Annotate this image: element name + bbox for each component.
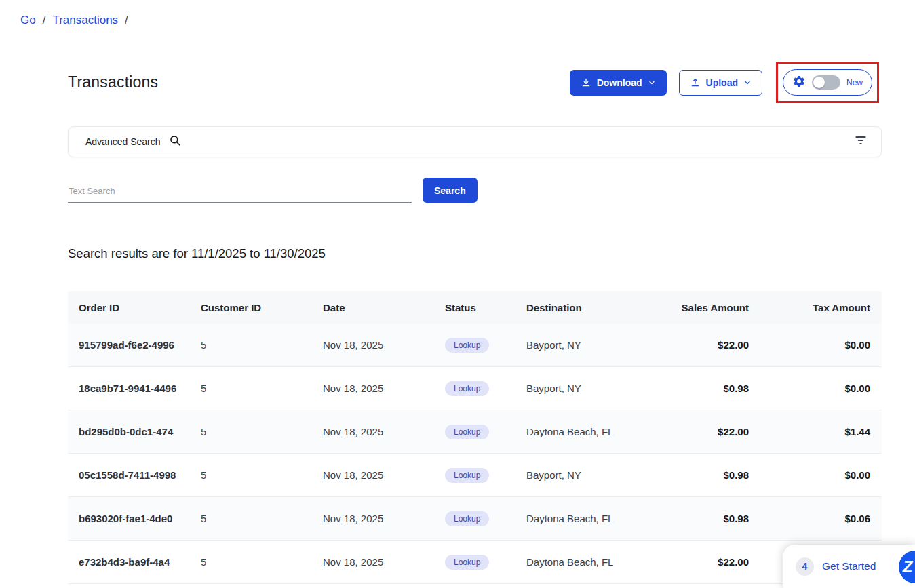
column-header-sales-amount: Sales Amount <box>648 302 749 313</box>
sales-amount-cell: $22.00 <box>648 339 749 351</box>
order-id-cell: 18ca9b71-9941-4496 <box>68 383 201 394</box>
destination-cell: Daytona Beach, FL <box>526 513 648 524</box>
destination-cell: Daytona Beach, FL <box>526 426 648 437</box>
order-id-cell: 05c1558d-7411-4998 <box>68 469 201 481</box>
date-cell: Nov 18, 2025 <box>323 513 445 524</box>
advanced-search-bar[interactable]: Advanced Search <box>68 126 882 157</box>
destination-cell: Bayport, NY <box>526 469 648 481</box>
table-row[interactable]: e732b4d3-ba9f-4a45Nov 18, 2025LookupDayt… <box>68 541 882 584</box>
customer-id-cell: 5 <box>201 556 323 568</box>
customer-id-cell: 5 <box>201 339 323 351</box>
tax-amount-cell: $1.44 <box>749 426 870 437</box>
status-cell: Lookup <box>445 425 526 439</box>
table-row[interactable]: 915799ad-f6e2-49965Nov 18, 2025LookupBay… <box>68 324 882 367</box>
status-cell: Lookup <box>445 511 526 526</box>
order-id-cell: bd295d0b-0dc1-474 <box>68 426 201 437</box>
destination-cell: Daytona Beach, FL <box>526 556 648 568</box>
download-button-label: Download <box>597 77 642 88</box>
get-started-launcher[interactable]: 4 Get Started Z <box>783 545 915 588</box>
column-header-customer-id: Customer ID <box>201 302 323 313</box>
gear-icon[interactable] <box>792 75 806 91</box>
table-row[interactable]: bd295d0b-0dc1-4745Nov 18, 2025LookupDayt… <box>68 410 882 454</box>
transactions-table: Order ID Customer ID Date Status Destina… <box>68 291 882 584</box>
download-icon <box>581 77 591 88</box>
column-header-tax-amount: Tax Amount <box>749 302 870 313</box>
chevron-down-icon <box>648 79 656 87</box>
tax-amount-cell: $0.00 <box>749 339 870 351</box>
page-title: Transactions <box>68 73 158 92</box>
text-search-row: Search <box>68 178 882 203</box>
order-id-cell: e732b4d3-ba9f-4a4 <box>68 556 201 568</box>
table-row[interactable]: 05c1558d-7411-49985Nov 18, 2025LookupBay… <box>68 454 882 497</box>
sales-amount-cell: $0.98 <box>648 469 749 481</box>
customer-id-cell: 5 <box>201 383 323 394</box>
upload-button-label: Upload <box>706 77 738 88</box>
column-header-order-id: Order ID <box>68 302 201 313</box>
new-experience-toggle-group[interactable]: New <box>783 69 872 96</box>
column-header-status: Status <box>445 302 526 313</box>
sales-amount-cell: $0.98 <box>648 513 749 524</box>
new-experience-toggle[interactable] <box>812 75 840 90</box>
upload-button[interactable]: Upload <box>679 70 762 96</box>
status-badge: Lookup <box>445 511 489 526</box>
status-cell: Lookup <box>445 468 526 483</box>
tax-amount-cell: $0.06 <box>749 513 870 524</box>
destination-cell: Bayport, NY <box>526 339 648 351</box>
order-id-cell: 915799ad-f6e2-4996 <box>68 339 201 351</box>
breadcrumb-link-go[interactable]: Go <box>20 14 36 27</box>
customer-id-cell: 5 <box>201 426 323 437</box>
transactions-page: Go / Transactions / Transactions Downloa… <box>0 0 915 588</box>
get-started-label: Get Started <box>822 560 876 572</box>
search-button[interactable]: Search <box>423 178 478 203</box>
download-button[interactable]: Download <box>570 70 667 96</box>
sales-amount-cell: $22.00 <box>648 426 749 437</box>
toggle-knob <box>813 77 825 88</box>
results-heading: Search results are for 11/1/2025 to 11/3… <box>68 246 882 261</box>
get-started-count-badge: 4 <box>796 557 814 576</box>
tax-amount-cell: $0.00 <box>749 469 870 481</box>
table-row[interactable]: b693020f-fae1-4de05Nov 18, 2025LookupDay… <box>68 497 882 541</box>
new-experience-control-wrap: New <box>783 69 872 96</box>
breadcrumb: Go / Transactions / <box>0 0 915 27</box>
status-cell: Lookup <box>445 338 526 353</box>
filter-icon[interactable] <box>854 134 868 150</box>
search-icon[interactable] <box>169 134 181 149</box>
page-header: Transactions Download <box>68 69 882 96</box>
date-cell: Nov 18, 2025 <box>323 339 445 351</box>
table-body: 915799ad-f6e2-49965Nov 18, 2025LookupBay… <box>68 324 882 584</box>
customer-id-cell: 5 <box>201 513 323 524</box>
status-badge: Lookup <box>445 425 489 439</box>
chevron-down-icon <box>743 79 752 87</box>
date-cell: Nov 18, 2025 <box>323 469 445 481</box>
date-cell: Nov 18, 2025 <box>323 556 445 568</box>
date-cell: Nov 18, 2025 <box>323 383 445 394</box>
tax-amount-cell: $0.00 <box>749 383 870 394</box>
sales-amount-cell: $0.98 <box>648 383 749 394</box>
status-cell: Lookup <box>445 555 526 570</box>
column-header-destination: Destination <box>526 302 648 313</box>
column-header-date: Date <box>323 302 445 313</box>
text-search-input[interactable] <box>68 182 412 203</box>
status-badge: Lookup <box>445 338 489 353</box>
breadcrumb-separator: / <box>43 14 46 27</box>
header-actions: Download Upload <box>570 69 882 96</box>
status-badge: Lookup <box>445 381 489 396</box>
date-cell: Nov 18, 2025 <box>323 426 445 437</box>
table-row[interactable]: 18ca9b71-9941-44965Nov 18, 2025LookupBay… <box>68 367 882 410</box>
sales-amount-cell: $22.00 <box>648 556 749 568</box>
status-cell: Lookup <box>445 381 526 396</box>
new-toggle-label: New <box>846 78 863 87</box>
upload-icon <box>690 77 701 88</box>
advanced-search-label: Advanced Search <box>85 136 161 147</box>
order-id-cell: b693020f-fae1-4de0 <box>68 513 201 524</box>
status-badge: Lookup <box>445 468 489 483</box>
destination-cell: Bayport, NY <box>526 383 648 394</box>
breadcrumb-separator: / <box>125 14 128 27</box>
customer-id-cell: 5 <box>201 469 323 481</box>
breadcrumb-link-transactions[interactable]: Transactions <box>52 14 118 27</box>
table-header: Order ID Customer ID Date Status Destina… <box>68 291 882 324</box>
status-badge: Lookup <box>445 555 489 570</box>
chat-widget-icon[interactable]: Z <box>899 551 915 583</box>
